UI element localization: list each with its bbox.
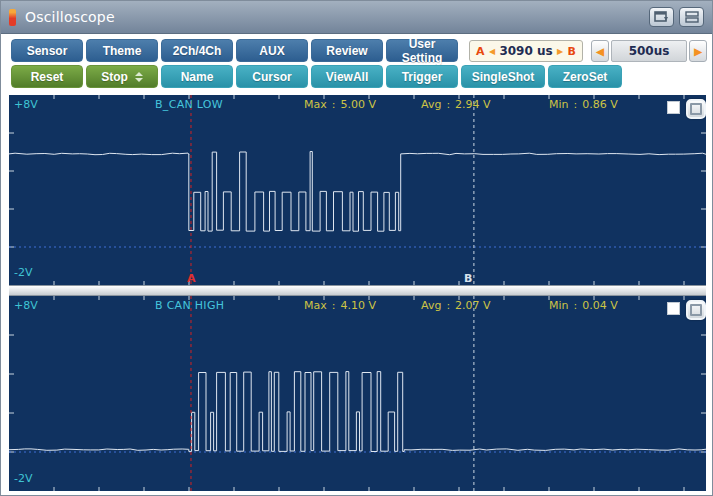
meas-sep: : — [446, 98, 450, 111]
left-arrow-icon: ◀ — [596, 46, 604, 57]
window-title: Oscilloscope — [25, 9, 115, 25]
singleshot-button[interactable]: SingleShot — [461, 65, 545, 88]
cursor-a-arrow-icon: ◀ — [489, 47, 495, 56]
meas-value: 0.04 V — [582, 299, 618, 312]
trigger-button[interactable]: Trigger — [386, 65, 458, 88]
scope-area: +8V B_CAN LOW Max:5.00 VAvg:2.94 VMin:0.… — [9, 95, 706, 491]
meas-label: Min — [549, 299, 569, 312]
zeroset-button[interactable]: ZeroSet — [548, 65, 622, 88]
avg-readout: Avg:2.94 V — [421, 98, 491, 111]
meas-label: Max — [304, 299, 327, 312]
meas-sep: : — [332, 299, 336, 312]
titlebar[interactable]: Oscilloscope — [1, 1, 712, 34]
channel-2: +8V B CAN HIGH Max:4.10 VAvg:2.07 VMin:0… — [9, 296, 706, 491]
meas-value: 5.00 V — [340, 98, 376, 111]
stop-spinner-icon — [135, 72, 143, 82]
viewall-button[interactable]: ViewAll — [311, 65, 383, 88]
ch2-mode-toggle-button[interactable] — [686, 300, 706, 320]
name-button[interactable]: Name — [161, 65, 233, 88]
stop-button[interactable]: Stop — [86, 65, 158, 88]
avg-readout: Avg:2.07 V — [421, 299, 491, 312]
meas-value: 4.10 V — [340, 299, 376, 312]
ch1-mode-toggle-button[interactable] — [686, 99, 706, 119]
user-setting-button[interactable]: User Setting — [386, 39, 458, 62]
timing-controls: A ◀ 3090 us ▶ B ◀ 500us ▶ — [469, 40, 707, 62]
aux-button[interactable]: AUX — [236, 39, 308, 62]
max-readout: Max:4.10 V — [304, 299, 376, 312]
channel-divider[interactable] — [9, 285, 706, 296]
reset-button[interactable]: Reset — [11, 65, 83, 88]
cursor-a-marker[interactable]: A — [187, 272, 196, 285]
toolbar-row-1: SensorTheme2Ch/4ChAUXReviewUser Setting — [11, 39, 458, 62]
cursor-button[interactable]: Cursor — [236, 65, 308, 88]
ch1-display-checkbox[interactable] — [667, 101, 680, 114]
cursor-b-tag: B — [568, 45, 576, 58]
meas-sep: : — [574, 299, 578, 312]
channel-1-waveform — [9, 95, 706, 285]
app-icon — [9, 9, 16, 26]
cursor-a-tag: A — [476, 45, 485, 58]
restore-window-icon — [654, 11, 669, 23]
meas-label: Avg — [421, 299, 441, 312]
meas-sep: : — [574, 98, 578, 111]
right-arrow-icon: ▶ — [694, 46, 702, 57]
square-icon — [690, 304, 702, 316]
2ch-4ch-button[interactable]: 2Ch/4Ch — [161, 39, 233, 62]
meas-value: 2.94 V — [455, 98, 491, 111]
window-controls — [649, 7, 704, 27]
review-button[interactable]: Review — [311, 39, 383, 62]
ch2-display-checkbox[interactable] — [667, 302, 680, 315]
channel-2-waveform — [9, 296, 706, 491]
meas-value: 2.07 V — [455, 299, 491, 312]
meas-label: Avg — [421, 98, 441, 111]
cursor-b-marker[interactable]: B — [464, 272, 472, 285]
ch2-measurements: Max:4.10 VAvg:2.07 VMin:0.04 V — [9, 299, 706, 313]
restore-window-button[interactable] — [649, 7, 674, 27]
meas-label: Min — [549, 98, 569, 111]
cursor-b-arrow-icon: ▶ — [557, 47, 563, 56]
ch1-bottom-voltage-label: -2V — [14, 266, 33, 279]
min-readout: Min:0.04 V — [549, 299, 618, 312]
square-icon — [690, 103, 702, 115]
sensor-button[interactable]: Sensor — [11, 39, 83, 62]
timebase-value: 500us — [611, 40, 687, 62]
meas-sep: : — [332, 98, 336, 111]
timebase-increase-button[interactable]: ▶ — [689, 40, 707, 62]
min-readout: Min:0.86 V — [549, 98, 618, 111]
tile-windows-button[interactable] — [679, 7, 704, 27]
meas-label: Max — [304, 98, 327, 111]
meas-sep: : — [446, 299, 450, 312]
max-readout: Max:5.00 V — [304, 98, 376, 111]
timebase-decrease-button[interactable]: ◀ — [591, 40, 609, 62]
ch2-bottom-voltage-label: -2V — [14, 472, 33, 485]
meas-value: 0.86 V — [582, 98, 618, 111]
ch1-measurements: Max:5.00 VAvg:2.94 VMin:0.86 V — [9, 98, 706, 112]
ab-time-readout: A ◀ 3090 us ▶ B — [469, 40, 583, 62]
theme-button[interactable]: Theme — [86, 39, 158, 62]
oscilloscope-window: Oscilloscope SensorTheme2Ch/4ChAUXReview… — [0, 0, 713, 496]
ab-time-value: 3090 us — [499, 44, 552, 58]
channel-1: +8V B_CAN LOW Max:5.00 VAvg:2.94 VMin:0.… — [9, 95, 706, 285]
tile-windows-icon — [685, 11, 699, 23]
toolbar-row-2: ResetStopNameCursorViewAllTriggerSingleS… — [11, 65, 622, 88]
